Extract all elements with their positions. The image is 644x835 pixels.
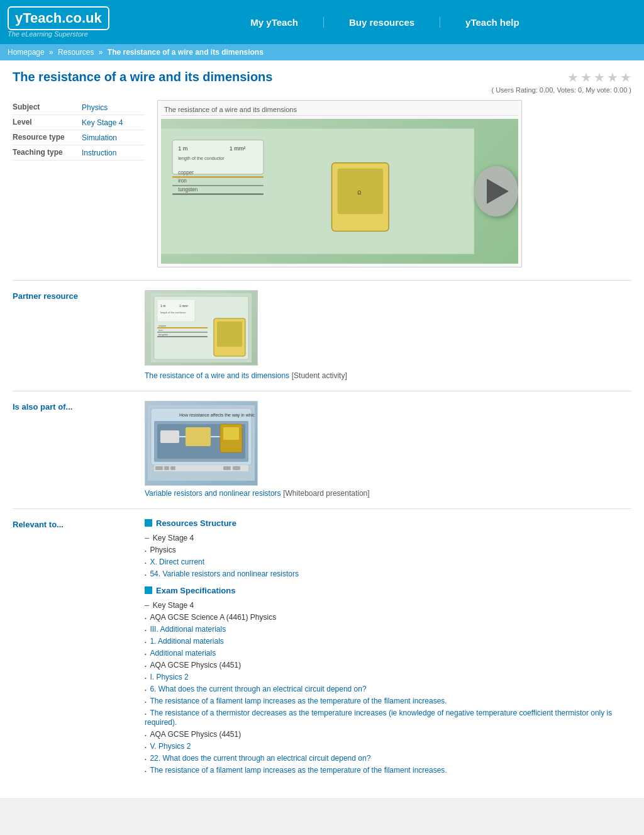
teaching-type-label: Teaching type	[13, 148, 82, 157]
list-item: • AQA GCSE Physics (4451)	[145, 728, 631, 740]
nav-buy-resources[interactable]: Buy resources	[324, 17, 440, 28]
partner-resource-section: Partner resource 1 m 1 mm² length of the…	[13, 280, 631, 391]
stars-row: ★ ★ ★ ★ ★	[491, 70, 631, 85]
resources-structure-header: Resources Structure	[145, 518, 631, 528]
breadcrumb-sep-2: »	[99, 48, 105, 57]
subject-label: Subject	[13, 103, 82, 112]
tree-direct-current-link[interactable]: X. Direct current	[150, 558, 204, 566]
breadcrumb: Homepage » Resources » The resistance of…	[0, 44, 644, 60]
breadcrumb-sep-1: »	[49, 48, 55, 57]
nav-area: My yTeach Buy resources yTeach help	[126, 17, 644, 28]
partner-resource-content: 1 m 1 mm² length of the conductor copper…	[145, 290, 631, 381]
svg-text:Ω: Ω	[357, 190, 361, 196]
video-wrapper: The resistance of a wire and its dimensi…	[157, 100, 522, 267]
svg-text:1 m: 1 m	[160, 304, 165, 308]
list-item: – Key Stage 4	[145, 599, 631, 611]
video-preview[interactable]: 1 m 1 mm² length of the conductor copper…	[161, 119, 518, 264]
tree-filament-lamp-link[interactable]: The resistance of a filament lamp increa…	[150, 697, 447, 705]
blue-square-icon-2	[145, 586, 152, 594]
play-button[interactable]	[474, 166, 518, 216]
star-5[interactable]: ★	[620, 70, 631, 85]
is-also-part-of-section: Is also part of... How resistance affect…	[13, 391, 631, 508]
resource-type-link[interactable]: Simulation	[82, 133, 117, 142]
list-item: • AQA GCSE Science A (4461) Physics	[145, 611, 631, 623]
svg-text:1 m: 1 m	[178, 145, 187, 152]
main-content: The resistance of a wire and its dimensi…	[0, 60, 644, 798]
svg-rect-33	[160, 430, 179, 443]
ispartof-badge: [Whiteboard presentation]	[283, 489, 369, 498]
star-2[interactable]: ★	[580, 70, 592, 85]
logo-box: yTeach.co.uk	[8, 6, 109, 30]
tree-filament-lamp-2-link[interactable]: The resistance of a filament lamp increa…	[150, 766, 447, 775]
video-inner: 1 m 1 mm² length of the conductor copper…	[161, 119, 518, 264]
tree-thermistor-link[interactable]: The resistance of a thermistor decreases…	[145, 709, 612, 727]
list-item: – Key Stage 4	[145, 532, 631, 544]
rating-text: ( Users Rating: 0.00, Votes: 0, My vote:…	[491, 86, 631, 94]
list-item: • Physics	[145, 544, 631, 556]
list-item: • V. Physics 2	[145, 740, 631, 752]
list-item: • 54. Variable resistors and nonlinear r…	[145, 568, 631, 580]
list-item: • The resistance of a thermistor decreas…	[145, 707, 631, 728]
partner-resource-text: The resistance of a wire and its dimensi…	[145, 371, 631, 381]
svg-rect-45	[233, 466, 240, 470]
list-item: • X. Direct current	[145, 556, 631, 568]
star-3[interactable]: ★	[594, 70, 605, 85]
header: yTeach.co.uk The eLearning Superstore My…	[0, 0, 644, 44]
tree-1-additional-link[interactable]: 1. Additional materials	[150, 637, 223, 646]
logo-text: yTeach.co.uk	[15, 10, 102, 26]
star-1[interactable]: ★	[567, 70, 579, 85]
svg-text:1 mm²: 1 mm²	[230, 145, 246, 152]
list-item: • The resistance of a filament lamp incr…	[145, 695, 631, 707]
rating-area: ★ ★ ★ ★ ★ ( Users Rating: 0.00, Votes: 0…	[491, 70, 631, 94]
svg-rect-27	[217, 322, 242, 347]
teaching-type-value: Instruction	[82, 148, 116, 157]
list-item: • 6. What does the current through an el…	[145, 683, 631, 695]
partner-resource-label: Partner resource	[13, 290, 145, 381]
video-bg-svg: 1 m 1 mm² length of the conductor copper…	[161, 119, 474, 264]
level-link[interactable]: Key Stage 4	[82, 118, 123, 127]
tree-22-current-link[interactable]: 22. What does the current through an ele…	[150, 754, 370, 763]
teaching-type-link[interactable]: Instruction	[82, 149, 116, 157]
tree-iii-additional-link[interactable]: III. Additional materials	[150, 625, 226, 634]
play-icon	[487, 179, 509, 204]
resource-type-value: Simulation	[82, 133, 117, 142]
breadcrumb-homepage[interactable]: Homepage	[8, 48, 45, 57]
tree-additional-materials-link[interactable]: Additional materials	[150, 649, 216, 658]
list-item: • I. Physics 2	[145, 671, 631, 683]
video-title: The resistance of a wire and its dimensi…	[161, 104, 518, 116]
list-item: • 1. Additional materials	[145, 635, 631, 647]
svg-text:length of the conductor: length of the conductor	[178, 155, 225, 161]
ispartof-link[interactable]: Variable resistors and nonlinear resisto…	[145, 489, 281, 498]
breadcrumb-resources[interactable]: Resources	[58, 48, 94, 57]
subject-row: Subject Physics	[13, 100, 145, 115]
svg-text:length of the conductor: length of the conductor	[160, 311, 186, 314]
star-4[interactable]: ★	[607, 70, 618, 85]
svg-rect-43	[170, 466, 175, 470]
resources-structure-tree: – Key Stage 4 • Physics • X. Direct curr…	[145, 532, 631, 580]
svg-text:How resistance affects the way: How resistance affects the way in which …	[179, 413, 255, 418]
exam-specs-tree: – Key Stage 4 • AQA GCSE Science A (4461…	[145, 599, 631, 776]
svg-text:tungsten: tungsten	[158, 333, 168, 336]
list-item: • 22. What does the current through an e…	[145, 752, 631, 764]
exam-specs-header: Exam Specifications	[145, 586, 631, 595]
logo-tagline: The eLearning Superstore	[8, 30, 118, 38]
partner-resource-link[interactable]: The resistance of a wire and its dimensi…	[145, 371, 289, 380]
tree-v-physics2-link[interactable]: V. Physics 2	[150, 742, 191, 751]
subject-link[interactable]: Physics	[82, 103, 108, 112]
logo-area: yTeach.co.uk The eLearning Superstore	[0, 1, 126, 43]
exam-specs-title: Exam Specifications	[156, 586, 235, 595]
tree-i-physics2-link[interactable]: I. Physics 2	[150, 673, 188, 681]
svg-rect-42	[164, 466, 169, 470]
level-value: Key Stage 4	[82, 118, 123, 127]
tree-variable-resistors-link[interactable]: 54. Variable resistors and nonlinear res…	[150, 569, 299, 578]
nav-yteach-help[interactable]: yTeach help	[440, 17, 545, 28]
nav-my-yteach[interactable]: My yTeach	[225, 17, 324, 28]
relevant-to-label: Relevant to...	[13, 518, 145, 776]
page-title: The resistance of a wire and its dimensi…	[13, 70, 272, 84]
svg-text:tungsten: tungsten	[178, 187, 197, 193]
resource-type-row: Resource type Simulation	[13, 130, 145, 145]
subject-value: Physics	[82, 103, 108, 112]
tree-6-current-link[interactable]: 6. What does the current through an elec…	[150, 685, 366, 693]
relevant-to-content: Resources Structure – Key Stage 4 • Phys…	[145, 518, 631, 776]
svg-text:copper: copper	[158, 324, 167, 327]
